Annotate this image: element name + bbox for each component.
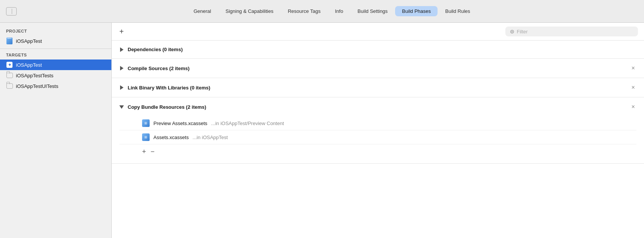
sidebar-item-iosapptesttests[interactable]: iOSAppTestTests: [0, 70, 111, 81]
phase-header-link-binary[interactable]: Link Binary With Libraries (0 items)×: [112, 78, 644, 97]
tab-general[interactable]: General: [187, 6, 218, 16]
phase-row-compile-sources: Compile Sources (2 items)×: [112, 59, 644, 78]
sidebar-item-iosapptest[interactable]: ✦iOSAppTest: [0, 60, 111, 70]
sidebar-project-name: iOSAppTest: [16, 38, 42, 44]
phase-header-copy-bundle[interactable]: Copy Bundle Resources (2 items)×: [112, 97, 644, 116]
phase-row-copy-bundle: Copy Bundle Resources (2 items)×Preview …: [112, 97, 644, 164]
add-resource-button[interactable]: +: [142, 148, 146, 155]
main-layout: PROJECT iOSAppTest TARGETS ✦iOSAppTestiO…: [0, 23, 644, 238]
phase-title-dependencies: Dependencies (0 items): [128, 47, 183, 52]
phase-header-compile-sources[interactable]: Compile Sources (2 items)×: [112, 59, 644, 78]
project-section-label: PROJECT: [0, 27, 111, 36]
add-phase-button[interactable]: +: [118, 28, 125, 35]
phase-row-dependencies: Dependencies (0 items): [112, 41, 644, 59]
sidebar-item-label: iOSAppTestUITests: [16, 83, 58, 89]
sidebar-divider: [0, 49, 111, 49]
tab-build-settings[interactable]: Build Settings: [351, 6, 395, 16]
target-active-icon: ✦: [6, 62, 13, 68]
phase-title-link-binary: Link Binary With Libraries (0 items): [128, 85, 210, 91]
triangle-right-icon: [119, 66, 124, 70]
phase-item-actions: +−: [119, 144, 636, 159]
phase-close-link-binary[interactable]: ×: [630, 84, 636, 91]
tab-navigation: GeneralSigning & CapabilitiesResource Ta…: [26, 6, 638, 16]
phase-close-compile-sources[interactable]: ×: [630, 65, 636, 72]
resource-path: ...in iOSAppTest/Preview Content: [211, 121, 284, 126]
project-icon: [6, 38, 13, 44]
toolbar: GeneralSigning & CapabilitiesResource Ta…: [0, 0, 644, 23]
sidebar-item-project[interactable]: iOSAppTest: [0, 36, 111, 46]
resource-name: Assets.xcassets: [153, 135, 189, 140]
xcassets-icon: [142, 119, 150, 127]
filter-placeholder: Filter: [517, 29, 528, 34]
sidebar-item-iosapptestuitests[interactable]: iOSAppTestUITests: [0, 81, 111, 91]
phase-title-copy-bundle: Copy Bundle Resources (2 items): [128, 104, 206, 110]
tab-signing[interactable]: Signing & Capabilities: [219, 6, 280, 16]
sidebar: PROJECT iOSAppTest TARGETS ✦iOSAppTestiO…: [0, 23, 112, 238]
tab-resource-tags[interactable]: Resource Tags: [281, 6, 327, 16]
filter-icon: ⊜: [510, 28, 514, 34]
xcassets-icon: [142, 133, 150, 141]
triangle-right-icon: [119, 47, 124, 52]
sidebar-toggle-icon: [9, 9, 12, 14]
filter-bar[interactable]: ⊜ Filter: [505, 27, 638, 36]
folder-icon: [6, 73, 13, 78]
remove-resource-button[interactable]: −: [151, 148, 155, 155]
content-area: + ⊜ Filter Dependencies (0 items)Compile…: [112, 23, 644, 238]
phase-title-compile-sources: Compile Sources (2 items): [128, 66, 189, 71]
sidebar-item-label: iOSAppTest: [16, 62, 42, 68]
triangle-right-icon: [119, 85, 124, 90]
phase-content-copy-bundle: Preview Assets.xcassets...in iOSAppTest/…: [112, 116, 644, 163]
phase-row-link-binary: Link Binary With Libraries (0 items)×: [112, 78, 644, 97]
tab-info[interactable]: Info: [328, 6, 350, 16]
resource-item-preview-assets[interactable]: Preview Assets.xcassets...in iOSAppTest/…: [119, 116, 636, 130]
tab-build-rules[interactable]: Build Rules: [438, 6, 477, 16]
content-toolbar: + ⊜ Filter: [112, 23, 644, 41]
triangle-down-icon: [119, 105, 124, 109]
tab-build-phases[interactable]: Build Phases: [395, 6, 438, 16]
phase-header-dependencies[interactable]: Dependencies (0 items): [112, 41, 644, 58]
targets-section-label: TARGETS: [0, 51, 111, 60]
resource-item-assets[interactable]: Assets.xcassets...in iOSAppTest: [119, 130, 636, 144]
resource-path: ...in iOSAppTest: [192, 135, 228, 140]
folder-icon: [6, 83, 13, 89]
resource-name: Preview Assets.xcassets: [153, 121, 207, 126]
sidebar-toggle-button[interactable]: [6, 7, 17, 16]
phases-list: Dependencies (0 items)Compile Sources (2…: [112, 41, 644, 238]
phase-close-copy-bundle[interactable]: ×: [630, 103, 636, 110]
sidebar-item-label: iOSAppTestTests: [16, 73, 53, 78]
